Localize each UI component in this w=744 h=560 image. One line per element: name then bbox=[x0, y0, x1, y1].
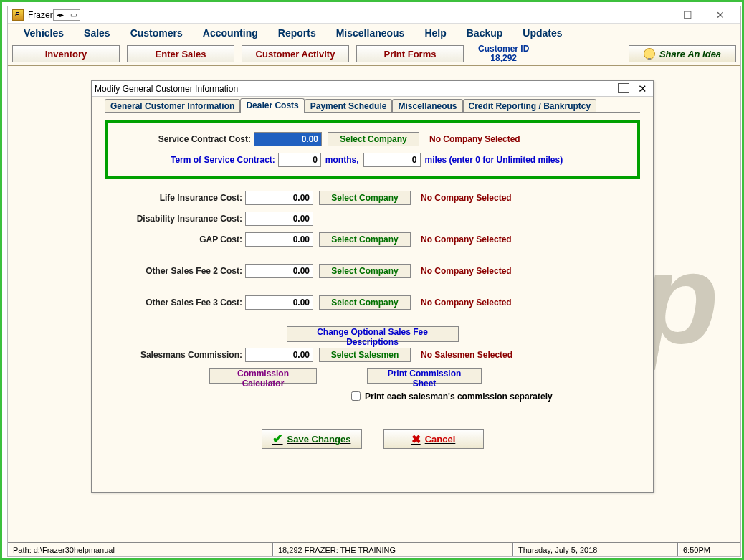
print-commission-button[interactable]: Print Commission Sheet bbox=[367, 368, 482, 384]
other2-label: Other Sales Fee 2 Cost: bbox=[105, 266, 245, 276]
print-separately-checkbox[interactable] bbox=[351, 391, 361, 401]
term-miles-input[interactable] bbox=[363, 153, 421, 167]
share-idea-button[interactable]: Share An Idea bbox=[629, 45, 736, 62]
status-date: Thursday, July 5, 2018 bbox=[513, 543, 678, 556]
other3-input[interactable] bbox=[245, 295, 313, 310]
window-title: Frazer bbox=[28, 10, 53, 20]
other2-input[interactable] bbox=[245, 264, 313, 278]
disability-input[interactable] bbox=[245, 212, 313, 226]
service-contract-label: Service Contract Cost: bbox=[113, 134, 254, 144]
tab-credit[interactable]: Credit Reporting / Bankruptcy bbox=[463, 99, 597, 113]
modal-titlebar: Modify General Customer Information ✕ bbox=[92, 81, 653, 97]
nav-restore-icon[interactable]: ▭ bbox=[67, 10, 80, 20]
customer-activity-button[interactable]: Customer Activity bbox=[242, 45, 349, 62]
disability-label: Disability Insurance Cost: bbox=[105, 214, 245, 224]
commission-label: Salesmans Commission: bbox=[105, 350, 245, 360]
life-insurance-status: No Company Selected bbox=[421, 193, 512, 203]
modify-customer-modal: Modify General Customer Information ✕ Ge… bbox=[91, 80, 654, 493]
toolbar: Inventory Enter Sales Customer Activity … bbox=[8, 42, 740, 66]
tab-row: General Customer Information Dealer Cost… bbox=[92, 97, 653, 113]
statusbar: Path: d:\Frazer30helpmanual 18,292 FRAZE… bbox=[8, 542, 740, 556]
status-mid: 18,292 FRAZER: THE TRAINING bbox=[273, 543, 513, 556]
menu-reports[interactable]: Reports bbox=[268, 26, 326, 40]
minimize-button[interactable]: — bbox=[639, 7, 672, 23]
menubar: Vehicles Sales Customers Accounting Repo… bbox=[8, 24, 740, 42]
menu-help[interactable]: Help bbox=[414, 26, 456, 40]
tab-dealer-costs[interactable]: Dealer Costs bbox=[240, 98, 304, 113]
miles-unit: miles (enter 0 for Unlimited miles) bbox=[425, 155, 563, 165]
life-insurance-select-button[interactable]: Select Company bbox=[319, 191, 411, 205]
app-icon bbox=[12, 9, 24, 21]
life-insurance-label: Life Insurance Cost: bbox=[105, 193, 245, 203]
nav-left-icon[interactable]: ◂▸ bbox=[54, 10, 67, 20]
tab-general[interactable]: General Customer Information bbox=[105, 99, 240, 113]
gap-status: No Company Selected bbox=[421, 234, 512, 245]
modal-title: Modify General Customer Information bbox=[95, 84, 238, 94]
menu-updates[interactable]: Updates bbox=[512, 26, 572, 40]
gap-select-button[interactable]: Select Company bbox=[319, 232, 411, 247]
service-contract-highlight: Service Contract Cost: Select Company No… bbox=[105, 120, 640, 179]
menu-sales[interactable]: Sales bbox=[74, 26, 120, 40]
modal-restore-icon[interactable] bbox=[619, 85, 629, 93]
status-time: 6:50PM bbox=[678, 543, 740, 556]
gap-label: GAP Cost: bbox=[105, 234, 245, 245]
maximize-button[interactable]: ☐ bbox=[672, 7, 704, 23]
other2-status: No Company Selected bbox=[421, 266, 512, 276]
commission-calc-button[interactable]: Commission Calculator bbox=[209, 368, 317, 384]
save-button[interactable]: ✔ Save Changes bbox=[262, 429, 362, 449]
print-forms-button[interactable]: Print Forms bbox=[356, 45, 464, 62]
x-icon: ✖ bbox=[411, 432, 421, 446]
customer-id-display: Customer ID 18,292 bbox=[478, 44, 529, 63]
inventory-button[interactable]: Inventory bbox=[12, 45, 120, 62]
close-button[interactable]: ✕ bbox=[704, 7, 736, 23]
cancel-button[interactable]: ✖ Cancel bbox=[383, 429, 484, 449]
other3-status: No Company Selected bbox=[421, 298, 512, 308]
change-desc-button[interactable]: Change Optional Sales Fee Descriptions bbox=[287, 326, 459, 342]
other3-label: Other Sales Fee 3 Cost: bbox=[105, 298, 245, 308]
menu-misc[interactable]: Miscellaneous bbox=[326, 26, 415, 40]
service-contract-input[interactable] bbox=[254, 132, 322, 146]
modal-close-button[interactable]: ✕ bbox=[635, 82, 650, 95]
tab-misc[interactable]: Miscellaneous bbox=[392, 99, 462, 113]
menu-customers[interactable]: Customers bbox=[120, 26, 193, 40]
other2-select-button[interactable]: Select Company bbox=[319, 264, 411, 278]
gap-input[interactable] bbox=[245, 232, 313, 247]
status-path: Path: d:\Frazer30helpmanual bbox=[8, 543, 273, 556]
tab-payment[interactable]: Payment Schedule bbox=[305, 99, 393, 113]
service-contract-select-button[interactable]: Select Company bbox=[328, 132, 419, 146]
service-contract-status: No Company Selected bbox=[429, 134, 520, 144]
menu-backup[interactable]: Backup bbox=[457, 26, 513, 40]
months-unit: months, bbox=[325, 155, 359, 165]
term-months-input[interactable] bbox=[278, 153, 321, 167]
print-separately-label: Print each salesman's commission separat… bbox=[365, 391, 553, 402]
enter-sales-button[interactable]: Enter Sales bbox=[127, 45, 234, 62]
commission-status: No Salesmen Selected bbox=[421, 350, 512, 360]
commission-select-button[interactable]: Select Salesmen bbox=[319, 348, 411, 362]
nav-arrows[interactable]: ◂▸ ▭ bbox=[53, 9, 80, 21]
main-titlebar: Frazer ◂▸ ▭ — ☐ ✕ bbox=[8, 6, 740, 24]
life-insurance-input[interactable] bbox=[245, 191, 313, 205]
commission-input[interactable] bbox=[245, 348, 313, 362]
term-label: Term of Service Contract: bbox=[171, 155, 275, 165]
lightbulb-icon bbox=[644, 48, 655, 60]
check-icon: ✔ bbox=[272, 431, 283, 447]
menu-vehicles[interactable]: Vehicles bbox=[14, 26, 74, 40]
other3-select-button[interactable]: Select Company bbox=[319, 295, 411, 310]
menu-accounting[interactable]: Accounting bbox=[193, 26, 268, 40]
